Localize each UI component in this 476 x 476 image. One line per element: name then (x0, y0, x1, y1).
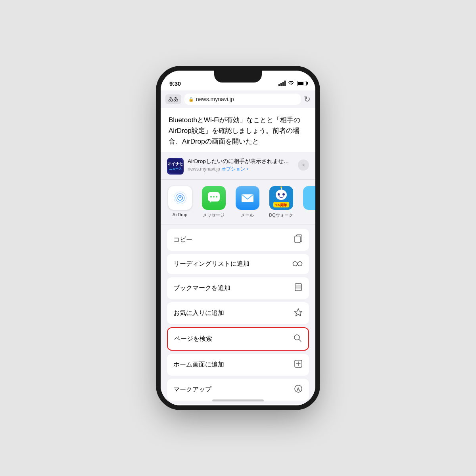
url-bar[interactable]: 🔒 news.mynavi.jp (184, 94, 301, 105)
home-screen-icon (294, 359, 303, 370)
share-option-link[interactable]: オプション › (221, 166, 248, 172)
app-item-messages[interactable]: メッセージ (201, 186, 226, 218)
share-close-button[interactable]: × (298, 159, 309, 171)
mynavi-logo: マイナビ ニュース (167, 158, 184, 175)
airdrop-icon (168, 186, 192, 210)
svg-point-26 (298, 261, 302, 266)
markup-icon: A (294, 384, 303, 395)
article-text: BluetoothとWi-Fiが有効」なことと「相手のAirDrop設定」を確認… (169, 116, 300, 145)
share-title-text: AirDropしたいのに相手が表示されませ… (188, 158, 294, 165)
svg-point-17 (279, 194, 280, 194)
app-item-mail[interactable]: メール (234, 186, 260, 218)
menu-item-copy[interactable]: コピー (167, 229, 309, 251)
menu-item-reading-list[interactable]: リーディングリストに追加 (167, 254, 309, 274)
phone-frame: 9:30 ああ 🔒 news.mynavi.jp ↻ (161, 71, 315, 405)
markup-label: マークアップ (173, 386, 211, 394)
svg-point-14 (276, 190, 287, 200)
status-icons (278, 81, 307, 86)
apps-row: AirDrop メッセージ メ (161, 180, 315, 225)
menu-item-favorites[interactable]: お気に入りに追加 (167, 302, 309, 324)
svg-point-15 (278, 193, 280, 196)
menu-item-home-screen[interactable]: ホーム画面に追加 (167, 354, 309, 376)
favorites-icon (294, 308, 303, 319)
app-item-airdrop[interactable]: AirDrop (167, 186, 193, 218)
menu-item-page-search[interactable]: ページを検索 (167, 327, 309, 351)
page-search-icon (293, 334, 302, 344)
signal-bars-icon (278, 81, 286, 86)
menu-item-bookmark[interactable]: ブックマークを追加 (167, 277, 309, 299)
partial-icon (303, 186, 316, 210)
browser-bar: ああ 🔒 news.mynavi.jp ↻ (161, 90, 315, 108)
svg-marker-6 (179, 196, 181, 198)
aa-button[interactable]: ああ (165, 94, 181, 104)
article-content: BluetoothとWi-Fiが有効」なことと「相手のAirDrop設定」を確認… (161, 108, 315, 152)
app-item-partial[interactable] (302, 186, 315, 218)
svg-marker-30 (295, 309, 302, 316)
svg-point-16 (282, 193, 285, 196)
menu-item-print[interactable]: プリント (167, 404, 309, 405)
svg-line-32 (299, 339, 301, 342)
share-title: AirDropしたいのに相手が表示されませ… news.mynavi.jp オプ… (188, 158, 294, 173)
page-search-label: ページを検索 (174, 335, 212, 343)
share-header: マイナビ ニュース AirDropしたいのに相手が表示されませ… news.my… (161, 152, 315, 180)
svg-text:A: A (297, 386, 300, 391)
app-item-dqwalk[interactable]: 1.5周年 DQウォーク (268, 186, 294, 218)
share-domain: news.mynavi.jp (188, 166, 220, 172)
svg-point-4 (176, 194, 184, 202)
bookmark-icon (294, 283, 303, 294)
url-text: news.mynavi.jp (196, 96, 234, 102)
battery-icon (297, 81, 307, 86)
svg-text:マイナビ: マイナビ (168, 161, 182, 166)
svg-point-18 (284, 194, 284, 194)
lock-icon: 🔒 (188, 97, 194, 102)
home-screen-label: ホーム画面に追加 (173, 361, 224, 369)
mail-label: メール (241, 212, 254, 218)
status-bar: 9:30 (161, 71, 315, 90)
wifi-icon (288, 81, 294, 86)
svg-text:1.5周年: 1.5周年 (275, 203, 288, 207)
svg-point-20 (280, 186, 282, 188)
share-subtitle: news.mynavi.jp オプション › (188, 166, 294, 173)
refresh-button[interactable]: ↻ (304, 94, 311, 104)
messages-icon (202, 186, 226, 210)
svg-rect-24 (295, 236, 300, 243)
dqwalk-label: DQウォーク (269, 212, 293, 218)
messages-label: メッセージ (203, 212, 225, 218)
dqwalk-icon: 1.5周年 (269, 186, 293, 210)
notch (214, 71, 262, 83)
svg-point-25 (293, 261, 298, 266)
favorites-label: お気に入りに追加 (173, 309, 224, 317)
reading-list-label: リーディングリストに追加 (173, 260, 250, 268)
svg-point-10 (213, 196, 215, 198)
mail-icon (236, 186, 259, 210)
copy-label: コピー (173, 236, 192, 244)
bookmark-label: ブックマークを追加 (173, 284, 230, 292)
menu-item-markup[interactable]: マークアップ A (167, 379, 309, 401)
home-indicator (212, 399, 264, 401)
reading-list-icon (292, 259, 303, 269)
copy-icon (294, 234, 303, 245)
menu-section: コピー リーディングリストに追加 ブックマークを追加 (161, 225, 315, 405)
airdrop-label: AirDrop (173, 212, 187, 217)
svg-point-9 (210, 196, 212, 198)
svg-text:ニュース: ニュース (169, 167, 182, 171)
status-time: 9:30 (169, 80, 181, 87)
svg-point-11 (216, 196, 217, 198)
svg-rect-27 (295, 284, 301, 291)
